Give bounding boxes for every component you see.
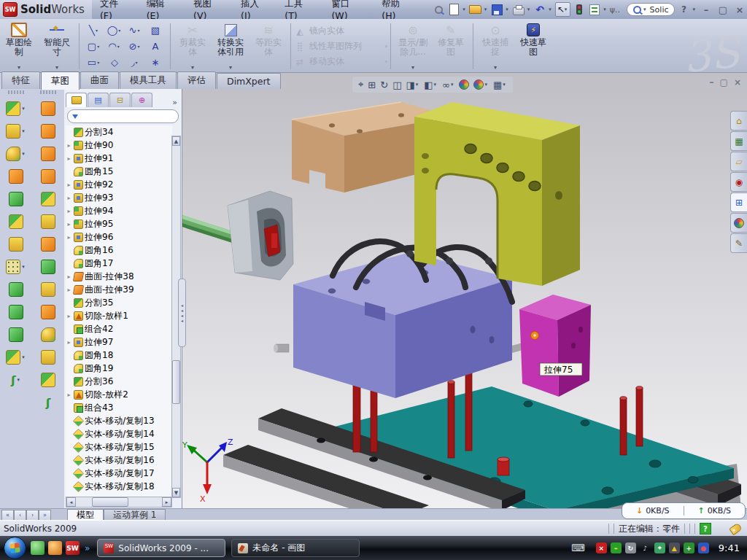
dropdown-arrow-icon[interactable]: ▾ xyxy=(97,60,99,65)
start-button[interactable] xyxy=(4,537,26,559)
save-button[interactable] xyxy=(490,3,503,16)
selection-box-icon[interactable]: ▧ xyxy=(145,23,166,39)
graphics-viewport[interactable]: 拉伸75 Y Z X ⌖⊞↻◫◨▾◧▾∞▾▾▦▾ – ▢ × ⌂▦▱◉⊞✎ xyxy=(182,73,747,508)
first-tab-button[interactable]: « xyxy=(1,510,14,521)
point-icon[interactable]: ∗ xyxy=(145,55,166,71)
volume-icon[interactable]: ♪ xyxy=(640,542,651,553)
dropdown-arrow-icon[interactable]: ▾ xyxy=(137,28,139,33)
offset-entities-button[interactable]: ≋ 等距实 体 xyxy=(249,20,287,72)
dropdown-arrow-icon[interactable]: ▾ xyxy=(22,151,25,157)
tab-曲面[interactable]: 曲面 xyxy=(80,71,119,89)
move-entities-button[interactable]: ⇄ 移动实体▾ xyxy=(294,55,387,69)
swept-boss-tool[interactable] xyxy=(9,165,23,187)
tree-item[interactable]: ▸拉伸95 xyxy=(66,217,172,230)
prev-tab-button[interactable]: ‹ xyxy=(14,510,26,521)
tree-item[interactable]: ▸拉伸91 xyxy=(66,152,172,165)
design-library-tab[interactable]: ▦ xyxy=(730,131,747,151)
tree-item[interactable]: 分割34 xyxy=(66,125,172,139)
expand-arrow-icon[interactable]: ▸ xyxy=(66,339,72,346)
swept-surface-tool[interactable] xyxy=(41,142,55,165)
next-tab-button[interactable]: › xyxy=(26,510,39,521)
expand-arrow-icon[interactable]: ▸ xyxy=(66,234,72,241)
tree-item[interactable]: ▸拉伸94 xyxy=(66,204,172,217)
model-tab[interactable]: 模型 xyxy=(67,509,104,521)
dropdown-arrow-icon[interactable]: ▾ xyxy=(96,28,98,33)
taskbar-window-solidworks[interactable]: SWSolidWorks 2009 - ... xyxy=(97,539,225,557)
lofted-surface-tool[interactable] xyxy=(41,165,55,187)
panel-splitter-handle[interactable]: ◂◂◂◂ xyxy=(178,279,186,347)
dropdown-arrow-icon[interactable]: ▾ xyxy=(22,106,25,112)
tree-item[interactable]: ▸拉伸93 xyxy=(66,191,172,204)
thicken-tool[interactable] xyxy=(41,346,55,368)
mirror-tool[interactable] xyxy=(9,323,23,346)
lofted-boss-tool[interactable] xyxy=(9,187,23,210)
keyboard-layout-icon[interactable]: ⌨ xyxy=(571,542,585,553)
tree-item[interactable]: 圆角18 xyxy=(66,349,172,362)
zoom-to-area-icon[interactable]: ⊞ xyxy=(366,79,377,90)
dropdown-arrow-icon[interactable]: ▾ xyxy=(22,128,25,134)
linear-sketch-pattern-button[interactable]: ⣿ 线性草图阵列▾ xyxy=(294,39,387,54)
sketch-fillet-icon[interactable]: ◞▾ xyxy=(125,55,145,71)
doc-close-button[interactable]: × xyxy=(734,77,741,88)
tree-item[interactable]: 组合43 xyxy=(66,401,172,414)
slot-icon[interactable]: ▭▾ xyxy=(84,55,104,71)
tree-item[interactable]: 分割36 xyxy=(66,375,172,388)
expand-arrow-icon[interactable]: ▸ xyxy=(66,287,72,293)
dropdown-arrow-icon[interactable]: ▾ xyxy=(451,82,454,88)
expand-arrow-icon[interactable]: ▸ xyxy=(66,313,72,319)
sync-icon[interactable]: ● xyxy=(698,542,709,553)
quick-launch-chevron[interactable]: » xyxy=(85,543,90,553)
dropdown-arrow-icon[interactable]: ▾ xyxy=(434,82,437,88)
security-suite-icon[interactable]: ⌁ xyxy=(611,542,622,553)
polygon-icon[interactable]: ◇ xyxy=(104,55,125,71)
dropdown-arrow-icon[interactable]: ▾ xyxy=(136,60,138,65)
tree-item[interactable]: 圆角19 xyxy=(66,362,172,375)
open-file-button[interactable] xyxy=(469,3,482,16)
scroll-left-button[interactable]: ◂ xyxy=(66,497,76,507)
spiral-curve-tool[interactable]: ʃ xyxy=(46,391,51,413)
view-orientation-icon[interactable]: ◨▾ xyxy=(404,79,421,90)
doc-restore-button[interactable]: ▢ xyxy=(720,77,728,88)
new-file-button[interactable] xyxy=(447,3,460,16)
expand-arrow-icon[interactable]: ▸ xyxy=(66,142,72,149)
fillet-tool[interactable]: ▾ xyxy=(6,142,26,165)
reference-geometry-tool[interactable]: ▾ xyxy=(6,346,26,368)
device-icon[interactable]: ⌖ xyxy=(654,542,665,553)
file-explorer-tab[interactable]: ▱ xyxy=(730,152,747,171)
spline-icon[interactable]: ∿▾ xyxy=(125,23,145,39)
tree-item[interactable]: ▸拉伸92 xyxy=(66,178,172,191)
convert-entities-button[interactable]: 转换实 体引用▾ xyxy=(212,20,249,72)
panel-chevron-button[interactable]: » xyxy=(172,98,180,107)
options-button[interactable] xyxy=(588,3,601,16)
expand-arrow-icon[interactable]: ▸ xyxy=(66,221,72,228)
app-close-button[interactable]: × xyxy=(732,4,747,15)
dropdown-arrow-icon[interactable]: ▾ xyxy=(503,82,506,88)
scroll-right-button[interactable]: ▸ xyxy=(162,497,171,507)
tab-特征[interactable]: 特征 xyxy=(1,71,40,89)
scroll-up-button[interactable]: ▲ xyxy=(172,136,180,146)
tree-item[interactable]: ▸切除-放样2 xyxy=(66,388,172,401)
zoom-fit-icon[interactable]: ⌖ xyxy=(357,79,365,90)
ellipse-icon[interactable]: ⊘▾ xyxy=(125,39,145,55)
dropdown-arrow-icon[interactable]: ▾ xyxy=(22,264,25,270)
dropdown-arrow-icon[interactable]: ▾ xyxy=(18,377,20,383)
curves-tool[interactable]: ʃ▾ xyxy=(11,368,21,391)
dropdown-arrow-icon[interactable]: ▾ xyxy=(22,354,25,360)
sketch-button[interactable]: 草图绘 制▾ xyxy=(0,20,38,72)
tree-item[interactable]: ▸曲面-拉伸38 xyxy=(66,270,172,283)
display-delete-relations-button[interactable]: ⊚ 显示/删 除几...▾ xyxy=(394,20,432,72)
app-minimize-button[interactable]: – xyxy=(699,4,713,15)
draft-tool[interactable] xyxy=(9,300,23,323)
dropdown-arrow-icon[interactable]: ▾ xyxy=(416,82,419,88)
tree-filter-input[interactable] xyxy=(67,109,179,123)
text-icon[interactable]: A xyxy=(145,39,166,55)
dropdown-arrow-icon[interactable]: ▾ xyxy=(117,44,120,49)
tree-item[interactable]: 圆角15 xyxy=(66,165,172,178)
tree-item[interactable]: 圆角16 xyxy=(66,244,172,257)
solidworks-resources-tab[interactable]: ◉ xyxy=(730,172,747,192)
print-button[interactable] xyxy=(512,3,525,16)
expand-arrow-icon[interactable]: ▸ xyxy=(66,273,72,280)
expand-arrow-icon[interactable]: ▸ xyxy=(66,195,72,201)
custom-properties-tab[interactable]: ✎ xyxy=(730,233,747,253)
home-tab[interactable]: ⌂ xyxy=(730,111,747,131)
